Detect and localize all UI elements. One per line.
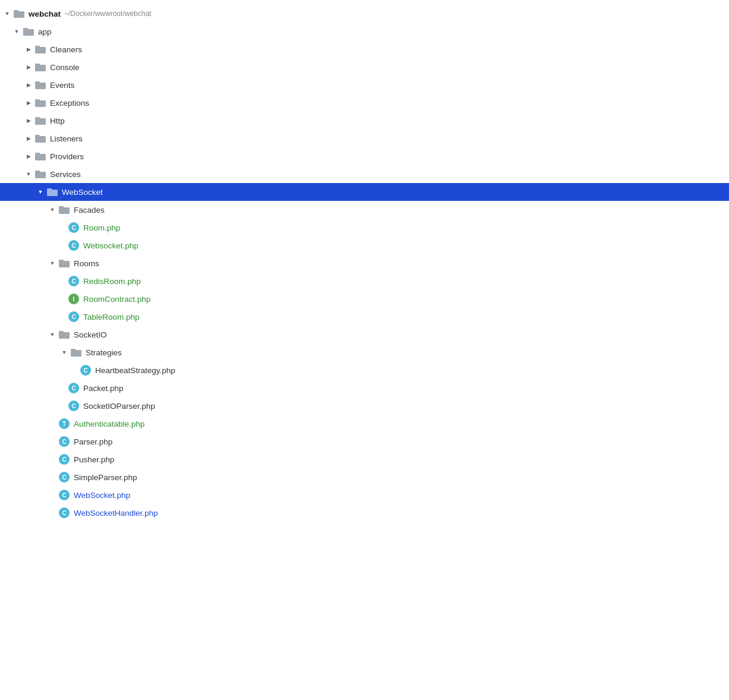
tree-item-websocket[interactable]: WebSocket [0,183,729,201]
tree-item-events[interactable]: Events [0,76,729,94]
badge-c-simpleparser: C [59,472,70,483]
folder-icon-exceptions [34,98,46,108]
badge-t-authenticatable: T [59,418,70,429]
tree-item-rooms[interactable]: Rooms [0,254,729,272]
label-exceptions: Exceptions [50,99,89,108]
svg-rect-1 [14,10,18,12]
tree-item-http[interactable]: Http [0,112,729,130]
label-rooms: Rooms [74,259,99,268]
tree-item-services[interactable]: Services [0,165,729,183]
svg-rect-25 [59,260,64,262]
label-cleaners: Cleaners [50,45,82,54]
tree-item-facades[interactable]: Facades [0,201,729,219]
chevron-console [24,62,33,72]
label-strategies: Strategies [86,348,122,357]
folder-icon-rooms [58,258,70,268]
tree-item-socketioparser[interactable]: C SocketIOParser.php [0,397,729,415]
root-chevron [2,9,12,18]
badge-c-socketioparser: C [68,401,79,411]
badge-c-pusher: C [59,454,70,465]
folder-icon-events [34,80,46,90]
label-pusher: Pusher.php [74,455,114,464]
svg-rect-5 [35,46,40,48]
folder-icon-providers [34,152,46,161]
label-tableroom: TableRoom.php [83,313,140,321]
label-services: Services [50,170,81,179]
label-heartbeat: HeartbeatStrategy.php [95,366,175,375]
chevron-socketio [48,330,57,339]
svg-rect-27 [59,331,64,333]
badge-c-packet: C [68,383,79,393]
label-socketioparser: SocketIOParser.php [83,402,155,411]
tree-item-providers[interactable]: Providers [0,147,729,165]
chevron-app [12,27,21,36]
label-packet: Packet.php [83,384,124,393]
label-websocket-php: Websocket.php [83,241,139,250]
tree-item-websocket-php[interactable]: C Websocket.php [0,237,729,254]
badge-c-heartbeat: C [80,365,91,376]
chevron-facades [48,205,57,215]
label-console: Console [50,63,80,72]
tree-item-simpleparser[interactable]: C SimpleParser.php [0,468,729,486]
file-tree: webchat ~/Docker/wwwroot/webchat app Cle… [0,0,729,526]
tree-item-roomcontract[interactable]: I RoomContract.php [0,290,729,308]
badge-i-roomcontract: I [68,294,79,304]
label-app: app [38,27,52,36]
tree-item-parser[interactable]: C Parser.php [0,433,729,450]
tree-item-socketio[interactable]: SocketIO [0,326,729,343]
tree-item-exceptions[interactable]: Exceptions [0,94,729,112]
chevron-exceptions [24,98,33,108]
badge-c-room: C [68,222,79,233]
svg-rect-29 [71,349,76,351]
svg-rect-15 [35,135,40,137]
svg-rect-17 [35,153,40,155]
chevron-listeners [24,134,33,143]
tree-item-authenticatable[interactable]: T Authenticatable.php [0,415,729,433]
tree-item-pusher[interactable]: C Pusher.php [0,450,729,468]
tree-item-packet[interactable]: C Packet.php [0,379,729,397]
badge-c-tableroom: C [68,311,79,322]
root-path: ~/Docker/wwwroot/webchat [64,10,151,18]
svg-rect-3 [23,28,28,30]
chevron-providers [24,152,33,161]
label-parser: Parser.php [74,437,112,446]
chevron-events [24,80,33,90]
svg-rect-21 [47,188,52,191]
chevron-cleaners [24,45,33,54]
svg-rect-9 [35,81,40,84]
folder-icon-strategies [70,348,82,357]
tree-item-websocket2[interactable]: C WebSocket.php [0,486,729,504]
label-roomcontract: RoomContract.php [83,295,150,304]
root-folder-icon [13,9,25,18]
folder-icon-http [34,116,46,125]
chevron-services [24,169,33,179]
badge-c-websocket: C [68,240,79,251]
svg-rect-13 [35,117,40,119]
tree-item-room-php[interactable]: C Room.php [0,219,729,237]
tree-item-websockethandler[interactable]: C WebSocketHandler.php [0,504,729,522]
tree-item-heartbeat[interactable]: C HeartbeatStrategy.php [0,361,729,379]
label-providers: Providers [50,152,84,161]
tree-item-strategies[interactable]: Strategies [0,343,729,361]
label-events: Events [50,81,74,90]
tree-item-cleaners[interactable]: Cleaners [0,40,729,58]
tree-root[interactable]: webchat ~/Docker/wwwroot/webchat [0,5,729,23]
badge-c-websockethandler: C [59,507,70,518]
folder-icon-websocket [46,187,58,197]
tree-item-console[interactable]: Console [0,58,729,76]
badge-c-websocket2: C [59,490,70,500]
label-room-php: Room.php [83,223,120,232]
badge-c-parser: C [59,436,70,447]
tree-item-app[interactable]: app [0,23,729,40]
label-websockethandler: WebSocketHandler.php [74,509,158,518]
label-authenticatable: Authenticatable.php [74,420,144,428]
label-socketio: SocketIO [74,330,107,339]
tree-item-tableroom[interactable]: C TableRoom.php [0,308,729,326]
svg-rect-7 [35,64,40,66]
folder-icon-app [23,27,34,36]
svg-rect-23 [59,206,64,209]
tree-item-listeners[interactable]: Listeners [0,130,729,147]
chevron-strategies [59,348,69,357]
tree-item-redisroom[interactable]: C RedisRoom.php [0,272,729,290]
svg-rect-11 [35,99,40,102]
